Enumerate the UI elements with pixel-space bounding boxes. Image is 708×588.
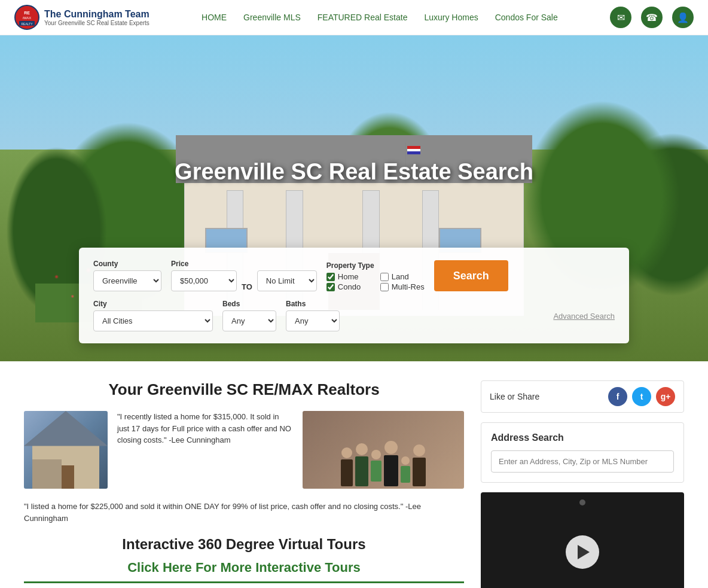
house-thumb-roof [24,411,108,446]
address-search-title: Address Search [491,432,674,443]
video-loading-indicator [579,499,585,505]
site-name: The Cunningham Team [44,9,149,20]
search-row-1: County Greenville Spartanburg Anderson P… [93,260,615,291]
main-right: Like or Share f t g+ Address Search [481,380,684,588]
quote1: "I recently listed a home for $315,000. … [117,411,293,446]
checkbox-land[interactable]: Land [380,272,425,281]
property-type-section: Property Type Home Land Condo [326,261,425,291]
person-head [371,450,381,459]
svg-text:RE: RE [24,11,30,15]
address-search-box: Address Search [481,422,684,483]
main-nav: HOME Greenville MLS FEATURED Real Estate… [202,13,558,22]
main-content: Your Greenville SC RE/MAX Realtors "I re… [0,361,708,588]
google-plus-icon[interactable]: g+ [656,387,675,406]
person-3 [371,450,382,482]
nav-featured[interactable]: FEATURED Real Estate [318,13,408,22]
city-field: City All Cities Greenville Greer Mauldin… [93,300,213,331]
garage [32,459,62,489]
header: RE /MAX REALTY The Cunningham Team Your … [0,0,708,35]
user-icon-button[interactable]: 👤 [672,7,694,28]
logo: RE /MAX REALTY The Cunningham Team Your … [14,5,149,30]
nav-condos[interactable]: Condos For Sale [495,13,558,22]
condo-label: Condo [338,282,361,291]
person-body [401,466,410,483]
home-checkbox[interactable] [326,273,335,281]
property-type-label: Property Type [326,261,425,270]
email-icon-button[interactable]: ✉ [610,7,631,28]
divider [24,581,464,583]
land-label: Land [392,272,409,281]
person-6 [413,444,426,486]
hero-title: Greenville SC Real Estate Search [175,159,533,185]
beds-select[interactable]: Any 1 2 3 4 5+ [222,310,276,331]
county-select[interactable]: Greenville Spartanburg Anderson Pickens [93,270,161,291]
county-field: County Greenville Spartanburg Anderson P… [93,260,161,291]
house-thumbnail [24,411,108,489]
person-head [401,456,410,465]
social-share: Like or Share f t g+ [481,380,684,413]
site-tagline: Your Greenville SC Real Estate Experts [44,20,149,26]
person-body [371,461,382,482]
condo-checkbox[interactable] [326,283,335,291]
price-to-label: TO [242,282,252,291]
beds-label: Beds [222,300,276,308]
person-body [413,458,426,486]
price-max-select[interactable]: No Limit $300,000 $500,000 $750,000 $1,0… [257,270,317,291]
header-icons: ✉ ☎ 👤 [610,7,694,28]
person-head [384,441,398,454]
multi-res-checkbox[interactable] [380,283,389,291]
person-4 [384,441,398,486]
property-type-checkboxes: Home Land Condo Multi-Res [326,272,425,291]
phone-icon-button[interactable]: ☎ [641,7,663,28]
hero-section: Greenville SC Real Estate Search County … [0,35,708,361]
baths-select[interactable]: Any 1 2 3 4+ [286,310,340,331]
baths-field: Baths Any 1 2 3 4+ [286,300,340,331]
person-5 [401,456,410,483]
logo-text: The Cunningham Team Your Greenville SC R… [44,9,149,26]
search-row-2: City All Cities Greenville Greer Mauldin… [93,300,615,331]
svg-text:/MAX: /MAX [23,16,32,20]
hero-title-overlay: Greenville SC Real Estate Search [175,159,533,185]
home-label: Home [338,272,359,281]
person-head [356,443,368,455]
person-1 [341,447,353,486]
nav-greenville-mls[interactable]: Greenville MLS [243,13,301,22]
county-label: County [93,260,161,268]
price-field: Price $50,000 $100,000 $150,000 $200,000… [171,260,317,291]
virtual-tours-section: Interactive 360 Degree Virtual Tours Cli… [24,536,464,583]
person-body [384,455,398,486]
play-triangle-icon [578,545,590,559]
person-head [341,447,352,458]
price-label: Price [171,260,317,268]
advanced-search-link[interactable]: Advanced Search [553,312,615,321]
person-body [341,459,353,486]
advanced-search-area: Advanced Search [553,310,615,321]
person-head [413,444,425,456]
baths-label: Baths [286,300,340,308]
main-title: Your Greenville SC RE/MAX Realtors [24,380,464,399]
video-placeholder[interactable] [481,492,684,588]
quote2: "I listed a home for $225,000 and sold i… [24,501,464,524]
facebook-icon[interactable]: f [608,387,627,406]
virtual-tours-link[interactable]: Click Here For More Interactive Tours [127,560,361,575]
team-silhouettes [341,441,426,489]
nav-luxury[interactable]: Luxury Homes [424,13,478,22]
checkbox-home[interactable]: Home [326,272,371,281]
address-search-input[interactable] [491,450,674,473]
search-box: County Greenville Spartanburg Anderson P… [79,248,629,343]
svg-text:REALTY: REALTY [21,22,33,26]
checkbox-multi-res[interactable]: Multi-Res [380,282,425,291]
video-play-button[interactable] [566,535,599,569]
search-button[interactable]: Search [434,260,508,291]
testimonial-area: "I recently listed a home for $315,000. … [24,411,464,489]
checkbox-condo[interactable]: Condo [326,282,371,291]
virtual-tours-title: Interactive 360 Degree Virtual Tours [24,536,464,553]
social-icons: f t g+ [608,387,675,406]
logo-icon: RE /MAX REALTY [14,5,39,30]
price-min-select[interactable]: $50,000 $100,000 $150,000 $200,000 [171,270,237,291]
land-checkbox[interactable] [380,273,389,281]
nav-home[interactable]: HOME [202,13,227,22]
social-share-label: Like or Share [490,392,539,401]
twitter-icon[interactable]: t [632,387,651,406]
city-select[interactable]: All Cities Greenville Greer Mauldin Simp… [93,310,213,331]
